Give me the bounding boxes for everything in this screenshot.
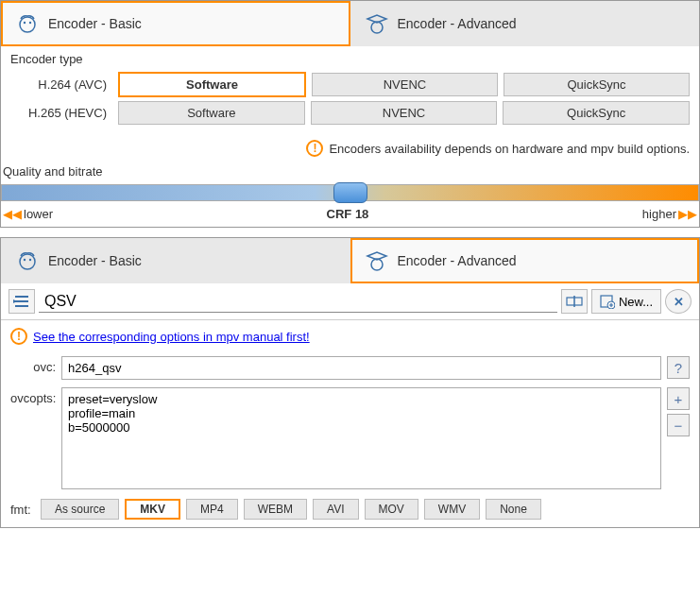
tab-label: Encoder - Advanced (398, 253, 517, 268)
fmt-btn-avi[interactable]: AVI (313, 499, 358, 520)
manual-hint-row: ! See the corresponding options in mpv m… (1, 320, 699, 352)
svg-point-5 (24, 259, 26, 261)
quality-heading: Quality and bitrate (1, 159, 699, 182)
tabs-row: Encoder - Basic Encoder - Advanced (1, 238, 699, 283)
ovcopts-label: ovcopts: (10, 387, 56, 405)
sheep-icon (14, 248, 41, 274)
ovcopts-add-button[interactable]: + (667, 387, 690, 410)
graduate-sheep-icon (364, 248, 390, 274)
rewind-icon: ◀◀ (3, 207, 22, 221)
sheep-icon (14, 10, 41, 37)
fmt-btn-mkv[interactable]: MKV (125, 499, 180, 520)
lower-label: lower (24, 207, 53, 221)
list-icon (13, 294, 30, 309)
tab-label: Encoder - Basic (48, 253, 142, 268)
forward-icon: ▶▶ (678, 207, 697, 221)
ovcopts-row: ovcopts: + − (1, 384, 699, 493)
encoder-btn-software[interactable]: Software (118, 101, 305, 125)
ovc-help-button[interactable]: ? (667, 356, 690, 379)
mpv-manual-link[interactable]: See the corresponding options in mpv man… (33, 330, 310, 344)
fmt-row: fmt: As source MKV MP4 WEBM AVI MOV WMV … (1, 493, 699, 527)
new-label: New... (619, 295, 653, 309)
warning-text: Encoders availability depends on hardwar… (329, 142, 690, 156)
ovcopts-textarea[interactable] (61, 387, 661, 489)
graduate-sheep-icon (364, 10, 390, 37)
slider-thumb[interactable] (333, 182, 367, 203)
svg-point-0 (20, 17, 35, 32)
encoder-btn-quicksync[interactable]: QuickSync (504, 73, 690, 96)
codec-label: H.264 (AVC) (10, 77, 112, 92)
ovc-input[interactable] (61, 356, 661, 380)
tab-encoder-advanced[interactable]: Encoder - Advanced (350, 238, 700, 283)
encoder-btn-nvenc[interactable]: NVENC (312, 73, 498, 96)
fmt-btn-wmv[interactable]: WMV (424, 499, 480, 520)
quality-slider[interactable] (1, 184, 699, 201)
preset-list-button[interactable] (9, 289, 35, 314)
ovcopts-remove-button[interactable]: − (667, 414, 690, 436)
new-icon (600, 294, 615, 309)
ovc-label: ovc: (10, 356, 56, 374)
encoder-type-section: Encoder type H.264 (AVC) Software NVENC … (1, 46, 699, 134)
close-icon: ✕ (674, 295, 684, 309)
fmt-label: fmt: (10, 503, 35, 517)
encoder-advanced-panel: Encoder - Basic Encoder - Advanced New..… (0, 237, 700, 528)
svg-point-2 (29, 22, 31, 24)
crf-value: CRF 18 (327, 207, 369, 221)
warning-icon: ! (306, 140, 323, 157)
rename-button[interactable] (561, 289, 588, 314)
encoder-type-heading: Encoder type (10, 52, 690, 66)
hardware-warning-row: ! Encoders availability depends on hardw… (1, 134, 699, 159)
svg-point-1 (24, 22, 26, 24)
slider-labels: ◀◀ lower CRF 18 higher ▶▶ (1, 207, 699, 227)
tab-label: Encoder - Basic (48, 16, 142, 31)
fmt-btn-assource[interactable]: As source (41, 499, 119, 520)
lower-quality-button[interactable]: ◀◀ lower (3, 207, 53, 221)
encoder-basic-panel: Encoder - Basic Encoder - Advanced Encod… (0, 0, 700, 228)
tab-label: Encoder - Advanced (398, 16, 517, 31)
fmt-btn-mp4[interactable]: MP4 (186, 499, 238, 520)
encoder-btn-nvenc[interactable]: NVENC (311, 101, 498, 125)
encoder-btn-software[interactable]: Software (118, 72, 306, 97)
preset-name-input[interactable] (39, 291, 557, 313)
encoder-row-h265: H.265 (HEVC) Software NVENC QuickSync (10, 101, 690, 125)
fmt-btn-mov[interactable]: MOV (365, 499, 418, 520)
delete-preset-button[interactable]: ✕ (665, 289, 691, 314)
new-preset-button[interactable]: New... (591, 289, 661, 314)
tab-encoder-basic[interactable]: Encoder - Basic (1, 1, 350, 46)
tab-encoder-advanced[interactable]: Encoder - Advanced (350, 1, 700, 46)
fmt-btn-webm[interactable]: WEBM (244, 499, 307, 520)
higher-quality-button[interactable]: higher ▶▶ (642, 207, 697, 221)
fmt-btn-none[interactable]: None (486, 499, 541, 520)
tabs-row: Encoder - Basic Encoder - Advanced (1, 1, 699, 46)
encoder-row-h264: H.264 (AVC) Software NVENC QuickSync (10, 72, 690, 97)
rename-icon (566, 294, 583, 309)
encoder-btn-quicksync[interactable]: QuickSync (503, 101, 690, 125)
higher-label: higher (642, 207, 676, 221)
quality-slider-area: ◀◀ lower CRF 18 higher ▶▶ (1, 184, 699, 227)
preset-toolbar: New... ✕ (1, 283, 699, 320)
ovc-row: ovc: ? (1, 352, 699, 384)
svg-point-6 (29, 259, 31, 261)
codec-label: H.265 (HEVC) (10, 106, 112, 120)
svg-point-4 (20, 254, 35, 269)
tab-encoder-basic[interactable]: Encoder - Basic (1, 238, 350, 283)
warning-icon: ! (10, 328, 27, 345)
